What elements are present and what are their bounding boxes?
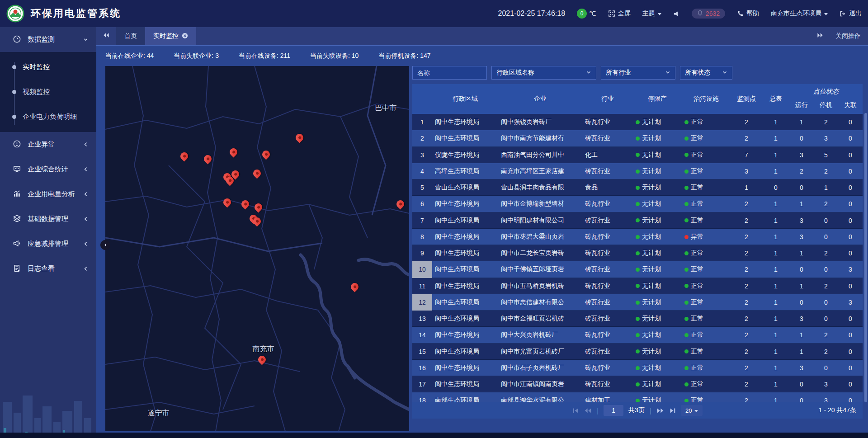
stat-item: 当前停机设备: 147 [378,52,430,60]
table-row[interactable]: 13阆中生态环境局阆中市金福旺页岩机砖砖瓦行业无计划正常21300 [412,311,863,327]
first-page-button[interactable] [572,408,579,414]
table-row[interactable]: 6阆中生态环境局阆中市金博瑞新型墙材砖瓦行业无计划正常21120 [412,196,863,212]
theme-dropdown[interactable]: 主题 [642,9,661,18]
chevron-down-icon [722,69,727,76]
sidebar-section[interactable]: 日志查看 [0,256,96,281]
disconnected-count-cell: 0 [838,168,863,175]
table-header-cell[interactable]: 行政区域 [432,84,498,114]
org-dropdown[interactable]: 南充市生态环境局 [771,9,828,18]
bottom-strip [0,433,868,438]
table-row[interactable]: 11阆中生态环境局阆中市五马桥页岩机砖砖瓦行业无计划正常21120 [412,278,863,294]
tabs-scroll-right-button[interactable] [816,32,824,40]
row-number-cell: 2 [412,130,432,146]
name-filter-input[interactable] [412,66,487,80]
status-filter-select[interactable]: 所有状态 [680,66,732,80]
sidebar-subitem[interactable]: 企业电力负荷明细 [0,104,96,129]
table-row[interactable]: 8阆中生态环境局阆中市枣碧大梁山页岩砖瓦行业无计划异常21300 [412,229,863,245]
sidebar-section-data-monitor[interactable]: 数据监测 [0,27,96,52]
page-number-input[interactable] [604,405,623,416]
table-header-cell[interactable]: 停机 [814,101,838,109]
page-size-select[interactable]: 20 [681,405,703,416]
temperature-badge: 0 ℃ [577,9,596,19]
table-row[interactable]: 18南部生态环境局南部县鸿华水泥有限公建材加工无计划正常21030 [412,392,863,402]
sidebar-section[interactable]: 企业综合统计 [0,157,96,182]
table-header-cell[interactable]: 失联 [838,101,863,109]
prev-page-button[interactable] [584,408,592,414]
tabs-scroll-left-button[interactable] [96,27,116,45]
table-header-cell[interactable]: 总表 [762,84,789,114]
table-row[interactable]: 9阆中生态环境局阆中市二龙长宝页岩砖砖瓦行业无计划正常21120 [412,245,863,261]
vertical-scrollbar[interactable] [864,113,867,402]
sidebar-section[interactable]: 应急减排管理 [0,231,96,256]
region-filter-select[interactable]: 行政区域名称 [491,66,596,80]
table-row[interactable]: 17阆中生态环境局阆中市江南镇阆南页岩砖瓦行业无计划正常21030 [412,376,863,392]
table-header-cell[interactable]: 停限产 [633,84,682,114]
page-size-value: 20 [685,407,692,414]
table-row[interactable]: 1阆中生态环境局阆中强锐页岩砖厂砖瓦行业无计划正常21120 [412,114,863,130]
status-dot-icon [684,153,689,157]
table-row[interactable]: 3仪陇生态环境局西南油气田分公司川中化工无计划正常71350 [412,147,863,163]
status-dot-icon [684,202,689,206]
status-dot-icon [684,301,689,305]
map-panel[interactable]: 巴中市南充市遂宁市 [105,66,409,431]
tab-realtime-monitor[interactable]: 实时监控 [145,27,196,45]
stat-item: 当前在线企业: 44 [105,52,154,60]
company-cell: 南部县鸿华水泥有限公 [498,396,582,402]
tab-home[interactable]: 首页 [116,27,145,45]
table-header-cell[interactable]: 运行 [789,101,814,109]
sidebar-section[interactable]: 基础数据管理 [0,207,96,231]
sidebar-section[interactable]: 企业用电量分析 [0,182,96,207]
table-row[interactable]: 4高坪生态环境局南充市高坪区王家店建砖瓦行业无计划正常31220 [412,163,863,179]
disconnected-count-cell: 0 [838,397,863,402]
stopped-count-cell: 1 [814,184,838,191]
table-row[interactable]: 5营山生态环境局营山县润丰肉食品有限食品无计划正常10010 [412,179,863,196]
company-cell: 阆中明阳建材有限公司 [498,217,582,225]
status-dot-icon [636,301,640,305]
production-status-cell: 无计划 [633,298,682,306]
table-row[interactable]: 7阆中生态环境局阆中明阳建材有限公司砖瓦行业无计划正常21300 [412,212,863,229]
point-status-subheaders: 运行停机失联 [789,97,863,114]
range-info-label: 1 - 20 共47条 [819,406,856,414]
notification-badge[interactable]: 2632 [692,9,725,19]
production-status-cell: 无计划 [633,348,682,356]
table-header-cell[interactable]: 行业 [582,84,633,114]
industry-cell: 砖瓦行业 [582,380,633,388]
map-city-label: 南充市 [252,344,274,354]
help-button[interactable]: 帮助 [737,9,759,18]
stopped-count-cell: 0 [814,315,838,322]
region-cell: 阆中生态环境局 [432,331,498,339]
table-row[interactable]: 15阆中生态环境局阆中市光富页岩机砖厂砖瓦行业无计划正常21120 [412,344,863,360]
status-dot-icon [684,268,689,272]
close-operations-button[interactable]: 关闭操作 [835,32,861,40]
table-row[interactable]: 14阆中生态环境局阆中大兴页岩机砖厂砖瓦行业无计划正常21120 [412,327,863,343]
logout-button[interactable]: 退出 [840,9,862,18]
industry-filter-select[interactable]: 所有行业 [601,66,675,80]
tab-close-icon[interactable] [182,33,188,40]
region-cell: 仪陇生态环境局 [432,151,498,159]
last-page-button[interactable] [669,408,676,414]
table-header-cell[interactable]: 企业 [498,84,582,114]
table-row[interactable]: 12阆中生态环境局阆中市忠信建材有限公砖瓦行业无计划正常21003 [412,294,863,311]
sidebar-section[interactable]: 企业异常 [0,132,96,157]
next-page-button[interactable] [656,408,664,414]
table-row[interactable]: 16阆中生态环境局阆中市石子页岩机砖厂砖瓦行业无计划正常21300 [412,360,863,376]
running-count-cell: 0 [789,397,814,402]
phone-icon [737,10,744,17]
stopped-count-cell: 0 [814,233,838,240]
stat-label: 当前在线企业: [105,52,147,59]
table-row[interactable]: 10阆中生态环境局阆中千佛镇五郎垭页岩砖瓦行业无计划正常21003 [412,261,863,278]
table-header: 行政区域企业行业停限产治污设施监测点总表点位状态运行停机失联 [412,84,863,114]
row-number-cell: 15 [412,344,432,360]
table-header-cell[interactable]: 治污设施 [682,84,731,114]
mute-button[interactable] [673,10,680,17]
table-header-cell[interactable]: 监测点 [731,84,762,114]
stopped-count-cell: 2 [814,118,838,126]
map-collapse-button[interactable] [100,240,110,250]
industry-cell: 砖瓦行业 [582,315,633,323]
sidebar-subitem[interactable]: 实时监控 [0,55,96,80]
sidebar-subitem[interactable]: 视频监控 [0,80,96,104]
production-status-cell: 无计划 [633,200,682,208]
table-row[interactable]: 2阆中生态环境局阆中市南方节能建材有砖瓦行业无计划正常21030 [412,130,863,146]
fullscreen-button[interactable]: 全屏 [608,9,631,18]
monitor-points-cell: 2 [731,233,762,240]
